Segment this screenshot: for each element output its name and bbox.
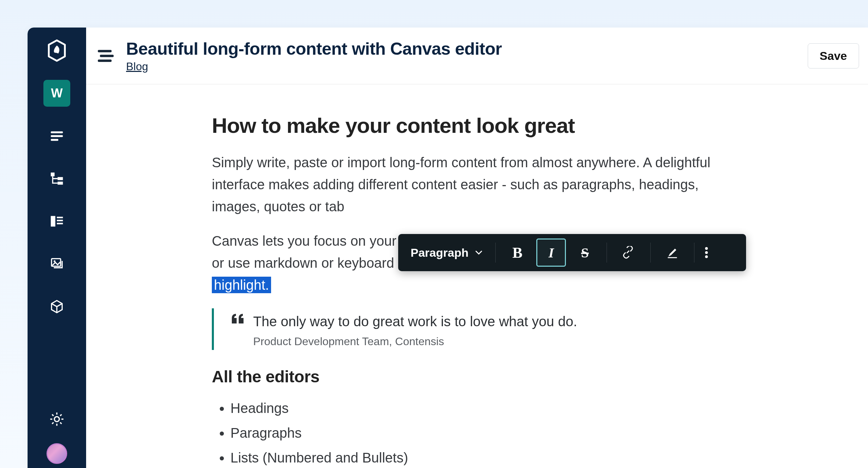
images-icon [49, 256, 64, 272]
nav-packages[interactable] [43, 293, 70, 320]
more-vertical-icon [705, 246, 708, 259]
italic-button[interactable]: I [536, 238, 566, 267]
doc-list[interactable]: Headings Paragraphs Lists (Numbered and … [212, 396, 742, 468]
block-type-label: Paragraph [411, 246, 468, 259]
svg-rect-9 [57, 223, 63, 224]
svg-point-12 [54, 417, 59, 422]
breadcrumb-link[interactable]: Blog [126, 60, 803, 73]
doc-paragraph-intro[interactable]: Simply write, paste or import long-form … [212, 151, 742, 217]
link-icon [622, 246, 635, 259]
bold-button[interactable]: B [503, 238, 532, 267]
svg-rect-7 [57, 217, 63, 218]
nav-layout[interactable] [43, 208, 70, 235]
app-logo[interactable] [43, 37, 70, 64]
workspace-switcher[interactable]: W [43, 80, 70, 107]
cube-icon [49, 299, 64, 314]
strikethrough-button[interactable]: S [570, 238, 600, 267]
format-group: B I S [496, 234, 607, 271]
workspace-letter: W [51, 86, 63, 100]
svg-rect-6 [51, 216, 55, 227]
svg-rect-0 [51, 131, 63, 134]
bold-icon: B [513, 244, 523, 262]
document: How to make your content look great Simp… [212, 113, 742, 468]
user-avatar[interactable] [46, 443, 67, 464]
doc-heading-1[interactable]: How to make your content look great [212, 113, 742, 138]
svg-rect-3 [51, 172, 54, 176]
nav-media[interactable] [43, 251, 70, 277]
nav-content[interactable] [43, 123, 70, 149]
svg-point-18 [705, 251, 708, 254]
block-type-dropdown[interactable]: Paragraph [398, 234, 495, 271]
doc-heading-2[interactable]: All the editors [212, 367, 742, 386]
chevron-down-icon [475, 248, 483, 257]
svg-rect-8 [57, 220, 63, 221]
highlight-button[interactable] [658, 238, 687, 267]
italic-icon: I [548, 245, 554, 261]
svg-rect-1 [51, 135, 63, 137]
svg-rect-15 [98, 60, 112, 62]
hierarchy-icon [49, 171, 64, 186]
page-title: Beautiful long-form content with Canvas … [126, 39, 803, 59]
sidebar-layout-icon [49, 214, 64, 229]
menu-icon [97, 49, 115, 63]
svg-rect-4 [58, 177, 63, 180]
editor-canvas[interactable]: How to make your content look great Simp… [86, 84, 868, 468]
sidebar: W [28, 28, 86, 468]
main-area: Beautiful long-form content with Canvas … [86, 28, 868, 468]
svg-point-19 [705, 255, 708, 258]
settings-button[interactable] [49, 411, 65, 429]
app-window: W [28, 28, 868, 468]
link-button[interactable] [614, 238, 643, 267]
svg-rect-13 [98, 50, 112, 52]
doc-blockquote[interactable]: The only way to do great work is to love… [212, 308, 742, 350]
svg-rect-2 [51, 139, 58, 141]
menu-toggle[interactable] [97, 49, 115, 63]
title-area: Beautiful long-form content with Canvas … [126, 39, 803, 73]
list-item[interactable]: Headings [230, 396, 742, 421]
nav-tree[interactable] [43, 165, 70, 192]
quote-icon [232, 314, 244, 325]
svg-point-17 [705, 247, 708, 250]
svg-rect-14 [100, 55, 114, 57]
list-item[interactable]: Paragraphs [230, 421, 742, 445]
quote-citation: Product Development Team, Contensis [253, 335, 577, 348]
save-button[interactable]: Save [808, 43, 859, 68]
strikethrough-icon: S [581, 245, 589, 261]
svg-rect-5 [58, 182, 63, 185]
inline-toolbar: Paragraph B I S [398, 234, 746, 271]
quote-text: The only way to do great work is to love… [253, 310, 577, 332]
topbar: Beautiful long-form content with Canvas … [86, 28, 868, 84]
highlighter-icon [666, 246, 679, 259]
more-options-button[interactable] [694, 234, 719, 271]
list-item[interactable]: Lists (Numbered and Bullets) [230, 445, 742, 468]
gear-icon [49, 411, 65, 427]
text-highlight: highlight. [212, 277, 271, 293]
text-lines-icon [49, 128, 64, 143]
svg-rect-16 [668, 257, 677, 258]
